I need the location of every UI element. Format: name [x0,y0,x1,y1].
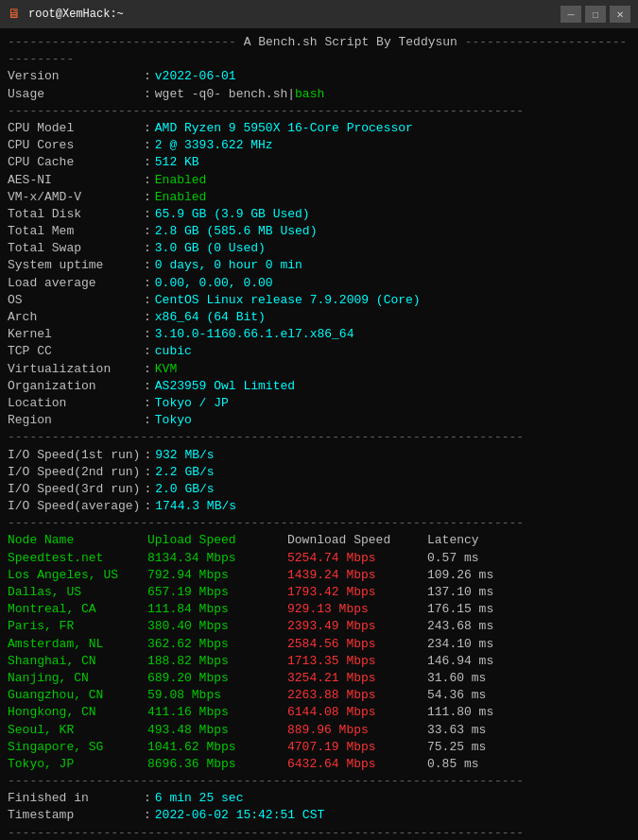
io-avg-value: 1744.3 MB/s [155,498,236,515]
location-label: Location [8,395,140,412]
finished-value: 6 min 25 sec [155,790,244,807]
region-value: Tokyo [155,412,192,429]
arch-value: x86_64 (64 Bit) [155,309,266,326]
node-name: Hongkong, CN [8,704,147,721]
table-row: Paris, FR 380.40 Mbps 2393.49 Mbps 243.6… [8,618,630,635]
upload-speed: 362.62 Mbps [147,636,287,653]
titlebar-left: 🖥 root@XemHack:~ [8,7,124,22]
total-disk-value: 65.9 GB (3.9 GB Used) [155,206,310,223]
finished-label: Finished in [8,790,140,807]
upload-speed: 411.16 Mbps [147,704,287,721]
sep4: ----------------------------------------… [8,773,630,790]
version-value: v2022-06-01 [155,68,236,85]
node-latency: 54.36 ms [427,687,486,704]
close-button[interactable]: ✕ [610,6,630,23]
vm-amd-value: Enabled [155,189,207,206]
virt-value: KVM [155,361,177,378]
table-row: Amsterdam, NL 362.62 Mbps 2584.56 Mbps 2… [8,636,630,653]
io2-label: I/O Speed(2nd run) [8,464,140,481]
titlebar: 🖥 root@XemHack:~ ─ □ ✕ [0,0,638,28]
node-name: Paris, FR [8,618,147,635]
vm-amd-label: VM-x/AMD-V [8,189,140,206]
io3-value: 2.0 GB/s [155,481,214,498]
upload-speed: 689.20 Mbps [147,670,287,687]
upload-speed: 493.48 Mbps [147,722,287,739]
node-latency: 0.85 ms [427,756,479,773]
total-mem-line: Total Mem : 2.8 GB (585.6 MB Used) [8,223,630,240]
arch-label: Arch [8,309,140,326]
cpu-cores-label: CPU Cores [8,137,140,154]
io-avg-label: I/O Speed(average) [8,498,140,515]
terminal-window: 🖥 root@XemHack:~ ─ □ ✕ -----------------… [0,0,638,840]
window-title: root@XemHack:~ [28,8,124,21]
kernel-label: Kernel [8,326,140,343]
org-line: Organization : AS23959 Owl Limited [8,378,630,395]
os-label: OS [8,292,140,309]
version-line: Version : v2022-06-01 [8,68,630,85]
col-download-header: Download Speed [287,532,427,549]
io-avg-line: I/O Speed(average) : 1744.3 MB/s [8,498,630,515]
io3-label: I/O Speed(3rd run) [8,481,140,498]
uptime-line: System uptime : 0 days, 0 hour 0 min [8,257,630,274]
kernel-value: 3.10.0-1160.66.1.el7.x86_64 [155,326,354,343]
upload-speed: 59.08 Mbps [147,687,287,704]
node-name: Montreal, CA [8,601,147,618]
node-latency: 234.10 ms [427,636,493,653]
terminal-icon: 🖥 [8,7,21,22]
table-row: Seoul, KR 493.48 Mbps 889.96 Mbps 33.63 … [8,722,630,739]
table-row: Guangzhou, CN 59.08 Mbps 2263.88 Mbps 54… [8,687,630,704]
minimize-button[interactable]: ─ [560,6,581,23]
node-name: Speedtest.net [8,550,147,567]
tcp-cc-line: TCP CC : cubic [8,343,630,360]
upload-speed: 188.82 Mbps [147,653,287,670]
upload-speed: 380.40 Mbps [147,618,287,635]
usage-label: Usage [8,86,140,103]
io2-value: 2.2 GB/s [155,464,214,481]
vm-amd-line: VM-x/AMD-V : Enabled [8,189,630,206]
node-name: Nanjing, CN [8,670,147,687]
virt-line: Virtualization : KVM [8,361,630,378]
node-table: Speedtest.net 8134.34 Mbps 5254.74 Mbps … [8,550,630,773]
node-latency: 176.15 ms [427,601,493,618]
sep2: ----------------------------------------… [8,429,630,446]
usage-line: Usage : wget -q0- bench.sh | bash [8,86,630,103]
sep1: ----------------------------------------… [8,103,630,120]
node-latency: 243.68 ms [427,618,493,635]
window-controls[interactable]: ─ □ ✕ [560,6,630,23]
download-speed: 1439.24 Mbps [287,567,427,584]
total-disk-line: Total Disk : 65.9 GB (3.9 GB Used) [8,206,630,223]
terminal-output: ------------------------------- A Bench.… [0,28,638,840]
col-upload-header: Upload Speed [147,532,287,549]
download-speed: 4707.19 Mbps [287,739,427,756]
maximize-button[interactable]: □ [585,6,606,23]
node-latency: 0.57 ms [427,550,479,567]
upload-speed: 111.84 Mbps [147,601,287,618]
download-speed: 1793.42 Mbps [287,584,427,601]
total-swap-label: Total Swap [8,240,140,257]
node-latency: 109.26 ms [427,567,493,584]
upload-speed: 8696.36 Mbps [147,756,287,773]
kernel-line: Kernel : 3.10.0-1160.66.1.el7.x86_64 [8,326,630,343]
upload-speed: 1041.62 Mbps [147,739,287,756]
cpu-model-value: AMD Ryzen 9 5950X 16-Core Processor [155,120,413,137]
total-mem-label: Total Mem [8,223,140,240]
upload-speed: 792.94 Mbps [147,567,287,584]
io2-line: I/O Speed(2nd run) : 2.2 GB/s [8,464,630,481]
tcp-cc-value: cubic [155,343,192,360]
table-row: Speedtest.net 8134.34 Mbps 5254.74 Mbps … [8,550,630,567]
version-label: Version [8,68,140,85]
region-line: Region : Tokyo [8,412,630,429]
arch-line: Arch : x86_64 (64 Bit) [8,309,630,326]
table-row: Los Angeles, US 792.94 Mbps 1439.24 Mbps… [8,567,630,584]
node-latency: 33.63 ms [427,722,486,739]
download-speed: 6432.64 Mbps [287,756,427,773]
tcp-cc-label: TCP CC [8,343,140,360]
node-latency: 137.10 ms [427,584,493,601]
download-speed: 2584.56 Mbps [287,636,427,653]
download-speed: 6144.08 Mbps [287,704,427,721]
download-speed: 889.96 Mbps [287,722,427,739]
region-label: Region [8,412,140,429]
download-speed: 5254.74 Mbps [287,550,427,567]
table-row: Hongkong, CN 411.16 Mbps 6144.08 Mbps 11… [8,704,630,721]
node-name: Seoul, KR [8,722,147,739]
